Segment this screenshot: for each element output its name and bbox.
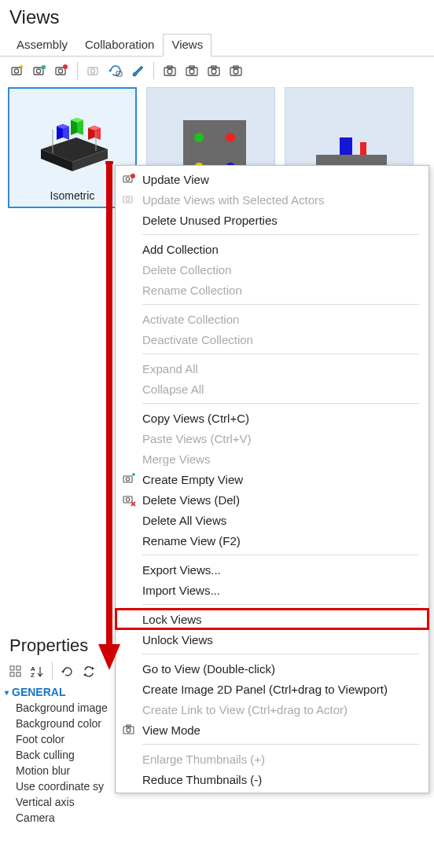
collapse-triangle-icon: ▾ xyxy=(5,688,9,697)
svg-text:Z: Z xyxy=(31,672,35,679)
camera-icon xyxy=(120,721,138,738)
menu-item-copy-views-ctrl-c[interactable]: Copy Views (Ctrl+C) xyxy=(116,408,428,428)
menu-item-delete-collection: Delete Collection xyxy=(116,259,428,280)
menu-item-create-empty-view[interactable]: Create Empty View xyxy=(116,469,428,489)
property-row[interactable]: Vertical axis xyxy=(0,794,157,810)
svg-point-1 xyxy=(14,69,18,73)
refresh-two-icon[interactable] xyxy=(79,662,98,681)
menu-item-rename-collection: Rename Collection xyxy=(116,280,428,300)
menu-item-label: Rename View (F2) xyxy=(142,534,241,548)
menu-item-label: Deactivate Collection xyxy=(142,333,253,346)
camera-icon[interactable] xyxy=(160,61,179,80)
svg-rect-58 xyxy=(10,666,14,670)
camera-select-icon xyxy=(120,191,138,208)
menu-item-label: Create Link to View (Ctrl+drag to Actor) xyxy=(142,703,348,716)
camera-add-icon xyxy=(120,471,138,488)
menu-item-label: Activate Collection xyxy=(142,313,239,326)
menu-item-lock-views[interactable]: Lock Views xyxy=(116,609,428,629)
refresh-back-icon[interactable] xyxy=(58,662,77,681)
menu-item-merge-views: Merge Views xyxy=(116,449,428,469)
menu-item-label: Collapse All xyxy=(142,383,204,396)
svg-rect-55 xyxy=(123,727,134,734)
menu-item-label: Add Collection xyxy=(142,243,219,256)
tab-assembly[interactable]: Assembly xyxy=(8,34,76,57)
tab-collaboration[interactable]: Collaboration xyxy=(76,34,163,57)
menu-item-label: Delete Views (Del) xyxy=(142,493,240,507)
camera-red-icon[interactable] xyxy=(52,61,71,80)
svg-point-16 xyxy=(189,69,194,74)
menu-item-paste-views-ctrl-v: Paste Views (Ctrl+V) xyxy=(116,428,428,449)
menu-separator xyxy=(142,234,419,235)
brush-icon[interactable] xyxy=(128,61,147,80)
menu-item-export-views[interactable]: Export Views... xyxy=(116,559,428,580)
toolbar-separator xyxy=(153,62,154,79)
menu-item-label: Delete Unused Properties xyxy=(142,214,278,227)
svg-point-40 xyxy=(226,133,235,142)
svg-rect-57 xyxy=(127,725,131,727)
menu-item-delete-unused-properties[interactable]: Delete Unused Properties xyxy=(116,210,428,230)
menu-item-label: Go to View (Double-click) xyxy=(142,662,275,676)
menu-separator xyxy=(142,604,419,605)
svg-rect-53 xyxy=(123,496,132,503)
svg-point-39 xyxy=(194,133,204,142)
menu-item-unlock-views[interactable]: Unlock Views xyxy=(116,629,428,650)
svg-marker-66 xyxy=(83,673,86,676)
menu-item-expand-all: Expand All xyxy=(116,358,428,379)
camera-delete-icon xyxy=(120,491,138,508)
sort-az-icon[interactable]: AZ xyxy=(28,662,46,681)
refresh-camera-icon[interactable] xyxy=(106,61,125,80)
svg-rect-60 xyxy=(10,672,14,676)
camera-gray-icon[interactable] xyxy=(84,61,103,80)
menu-item-reduce-thumbnails[interactable]: Reduce Thumbnails (-) xyxy=(116,769,428,789)
svg-marker-64 xyxy=(61,670,64,673)
property-row[interactable]: Camera xyxy=(0,810,157,826)
views-toolbar xyxy=(0,57,434,83)
menu-item-activate-collection: Activate Collection xyxy=(116,309,428,329)
svg-point-9 xyxy=(90,69,94,73)
menu-item-go-to-view-double-click[interactable]: Go to View (Double-click) xyxy=(116,658,428,679)
svg-rect-44 xyxy=(340,137,352,155)
menu-item-delete-all-views[interactable]: Delete All Views xyxy=(116,510,428,530)
svg-point-54 xyxy=(126,498,129,501)
svg-marker-10 xyxy=(108,69,111,72)
menu-item-label: Reduce Thumbnails (-) xyxy=(142,773,262,786)
menu-item-label: Update Views with Selected Actors xyxy=(142,193,325,207)
menu-separator xyxy=(142,403,419,404)
menu-item-view-mode[interactable]: View Mode xyxy=(116,720,428,740)
svg-rect-51 xyxy=(123,476,132,482)
svg-point-56 xyxy=(127,728,131,732)
menu-item-update-views-with-selected-actors: Update Views with Selected Actors xyxy=(116,189,428,210)
tab-views[interactable]: Views xyxy=(163,34,211,57)
menu-item-update-view[interactable]: Update View xyxy=(116,169,428,189)
svg-rect-45 xyxy=(360,142,366,155)
context-menu: Update ViewUpdate Views with Selected Ac… xyxy=(115,165,429,793)
camera-icon[interactable] xyxy=(204,61,223,80)
menu-item-label: Rename Collection xyxy=(142,284,242,297)
menu-item-label: Delete All Views xyxy=(142,514,226,527)
menu-item-add-collection[interactable]: Add Collection xyxy=(116,239,428,259)
camera-icon[interactable] xyxy=(182,61,201,80)
svg-point-52 xyxy=(126,478,129,481)
svg-point-50 xyxy=(126,198,129,201)
menu-item-import-views[interactable]: Import Views... xyxy=(116,580,428,600)
menu-item-rename-view-f2[interactable]: Rename View (F2) xyxy=(116,530,428,551)
camera-arrow-icon[interactable] xyxy=(30,61,49,80)
svg-rect-61 xyxy=(17,672,20,676)
menu-item-delete-views-del[interactable]: Delete Views (Del) xyxy=(116,489,428,510)
svg-point-19 xyxy=(211,69,216,74)
menu-item-label: Expand All xyxy=(142,362,198,375)
menu-item-create-image-2d-panel-ctrl-drag-to-viewport[interactable]: Create Image 2D Panel (Ctrl+drag to View… xyxy=(116,679,428,699)
camera-star-icon[interactable] xyxy=(8,61,27,80)
tabs-bar: Assembly Collaboration Views xyxy=(0,33,434,57)
svg-point-22 xyxy=(234,69,238,74)
menu-separator xyxy=(142,304,419,305)
svg-point-4 xyxy=(36,69,40,73)
menu-item-label: Paste Views (Ctrl+V) xyxy=(142,432,252,445)
menu-item-label: Lock Views xyxy=(142,613,202,626)
menu-separator xyxy=(142,353,419,354)
svg-rect-59 xyxy=(17,666,20,670)
camera-icon[interactable] xyxy=(226,61,245,80)
grid-icon[interactable] xyxy=(6,662,25,681)
camera-refresh-icon xyxy=(120,170,138,188)
svg-point-13 xyxy=(167,69,172,74)
